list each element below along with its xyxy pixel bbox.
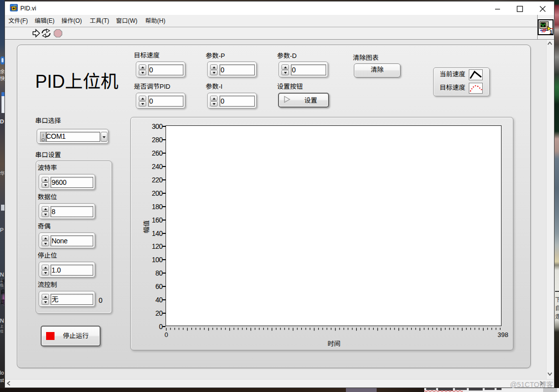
svg-text:1: 1 [550, 29, 553, 35]
